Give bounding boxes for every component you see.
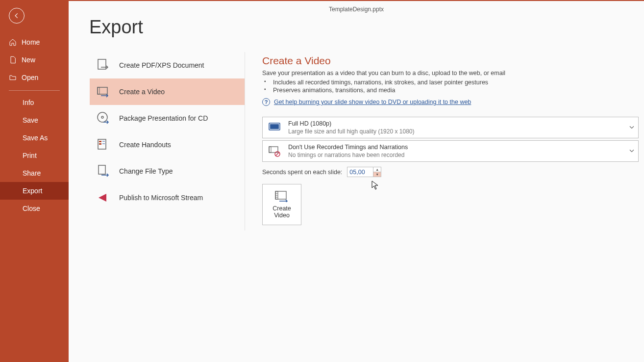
- nav-share-label: Share: [23, 169, 41, 177]
- quality-sub: Large file size and full high quality (1…: [288, 128, 633, 135]
- handout-icon: [97, 138, 110, 152]
- quality-title: Full HD (1080p): [288, 120, 633, 127]
- nav-close[interactable]: Close: [0, 200, 69, 217]
- nav-export-label: Export: [23, 187, 42, 195]
- nav-separator: [9, 90, 60, 91]
- back-arrow-icon: [13, 12, 20, 19]
- export-list-separator: [245, 52, 245, 231]
- detail-description: Save your presentation as a video that y…: [262, 70, 639, 77]
- export-change-filetype[interactable]: Change File Type: [90, 158, 245, 184]
- create-video-label-1: Create: [272, 205, 291, 212]
- filetype-icon: [97, 164, 110, 178]
- seconds-input[interactable]: [347, 167, 373, 177]
- pdf-icon: [97, 58, 110, 72]
- timings-title: Don't Use Recorded Timings and Narration…: [288, 144, 633, 151]
- nav-saveas-label: Save As: [23, 134, 48, 142]
- seconds-row: Seconds spent on each slide: ▲ ▼: [262, 167, 639, 177]
- spinner-down[interactable]: ▼: [373, 172, 381, 177]
- svg-rect-7: [99, 143, 101, 145]
- nav-close-label: Close: [23, 205, 40, 212]
- nav-share[interactable]: Share: [0, 164, 69, 182]
- chevron-down-icon: [629, 124, 634, 131]
- export-handouts[interactable]: Create Handouts: [90, 131, 245, 158]
- svg-rect-6: [99, 141, 101, 142]
- back-button[interactable]: [9, 8, 25, 24]
- nav-new[interactable]: New: [0, 51, 69, 69]
- export-handouts-label: Create Handouts: [119, 141, 171, 149]
- backstage-sidebar: Home New Open Info Save Save As Print Sh…: [0, 1, 69, 362]
- spinner-up[interactable]: ▲: [373, 167, 381, 172]
- nav-home-label: Home: [22, 38, 40, 46]
- nav-save[interactable]: Save: [0, 111, 69, 129]
- export-publish-stream[interactable]: Publish to Microsoft Stream: [90, 184, 245, 211]
- window-title: TemplateDesign.pptx: [69, 6, 644, 13]
- nav-info-label: Info: [23, 99, 34, 106]
- export-detail-pane: Create a Video Save your presentation as…: [262, 55, 639, 225]
- nav-open-label: Open: [22, 74, 38, 81]
- nav-print[interactable]: Print: [0, 147, 69, 164]
- help-icon: ?: [262, 98, 270, 106]
- export-create-video-label: Create a Video: [119, 88, 165, 96]
- folder-icon: [9, 74, 17, 81]
- svg-rect-0: [98, 59, 106, 69]
- cd-icon: [97, 111, 110, 125]
- export-change-filetype-label: Change File Type: [119, 167, 173, 175]
- no-timings-icon: [268, 144, 281, 158]
- timings-sub: No timings or narrations have been recor…: [288, 152, 633, 158]
- detail-bullet-1: Includes all recorded timings, narration…: [273, 78, 639, 86]
- svg-rect-1: [98, 87, 107, 94]
- nav-saveas[interactable]: Save As: [0, 129, 69, 147]
- export-pdf-xps[interactable]: Create PDF/XPS Document: [90, 52, 245, 78]
- stream-icon: [97, 191, 110, 205]
- export-pdf-xps-label: Create PDF/XPS Document: [119, 61, 204, 69]
- create-video-button[interactable]: Create Video: [262, 184, 301, 225]
- chevron-down-icon: [629, 148, 634, 155]
- home-icon: [9, 38, 17, 46]
- svg-point-3: [98, 112, 107, 122]
- help-link-row: ? Get help burning your slide show video…: [262, 98, 639, 106]
- nav-new-label: New: [22, 56, 35, 64]
- export-package-cd[interactable]: Package Presentation for CD: [90, 105, 245, 131]
- export-publish-stream-label: Publish to Microsoft Stream: [119, 194, 203, 202]
- svg-rect-10: [99, 165, 105, 174]
- export-package-cd-label: Package Presentation for CD: [119, 114, 208, 122]
- seconds-spinner[interactable]: ▲ ▼: [347, 167, 381, 177]
- page-icon: [9, 56, 17, 64]
- seconds-label: Seconds spent on each slide:: [262, 169, 342, 176]
- svg-rect-12: [270, 124, 279, 129]
- nav-save-label: Save: [23, 116, 38, 124]
- export-create-video[interactable]: Create a Video: [90, 78, 245, 105]
- detail-bullet-2: Preserves animations, transitions, and m…: [273, 86, 639, 94]
- nav-export[interactable]: Export: [0, 182, 69, 200]
- nav-print-label: Print: [23, 152, 37, 159]
- monitor-icon: [268, 121, 281, 134]
- detail-bullets: Includes all recorded timings, narration…: [262, 78, 639, 94]
- nav-open[interactable]: Open: [0, 69, 69, 86]
- create-video-label-2: Video: [272, 212, 291, 219]
- video-quality-dropdown[interactable]: Full HD (1080p) Large file size and full…: [262, 117, 639, 138]
- page-title: Export: [89, 17, 644, 38]
- detail-heading: Create a Video: [262, 55, 639, 67]
- timings-dropdown[interactable]: Don't Use Recorded Timings and Narration…: [262, 140, 639, 162]
- svg-point-4: [101, 116, 103, 118]
- nav-info[interactable]: Info: [0, 94, 69, 111]
- create-video-icon: [274, 190, 289, 202]
- help-link[interactable]: Get help burning your slide show video t…: [274, 99, 471, 105]
- nav-home[interactable]: Home: [0, 33, 69, 51]
- video-icon: [97, 85, 110, 99]
- export-options-list: Create PDF/XPS Document Create a Video P…: [90, 52, 245, 211]
